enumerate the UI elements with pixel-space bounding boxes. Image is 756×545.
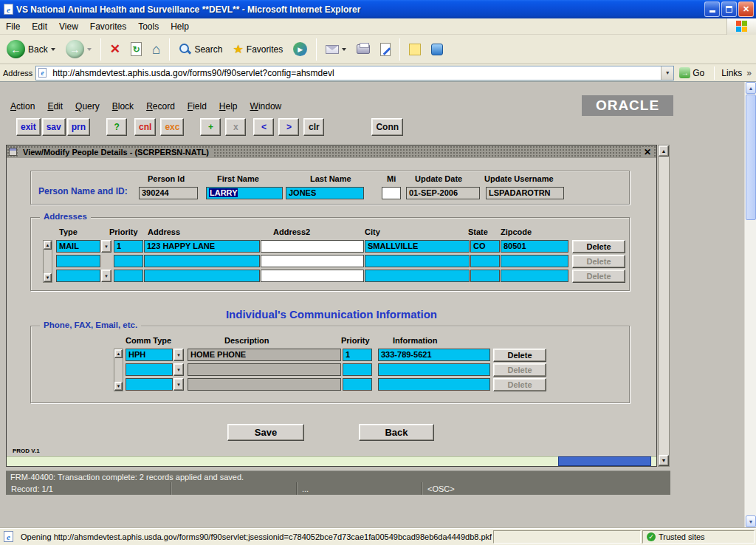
information-field[interactable] — [378, 378, 490, 391]
address2-field[interactable] — [261, 255, 364, 267]
type-dropdown-icon[interactable] — [101, 270, 111, 282]
messenger-button[interactable] — [427, 42, 447, 57]
mdi-titlebar[interactable]: View/Modify People Details - (SCRPERSN-N… — [7, 145, 656, 158]
address-field[interactable]: 123 HAPPY LANE — [144, 240, 260, 253]
address2-field[interactable] — [261, 240, 364, 253]
update-date-field[interactable]: 01-SEP-2006 — [406, 187, 480, 199]
help-toolbar-button[interactable]: ? — [106, 118, 127, 136]
cancel-toolbar-button[interactable]: cnl — [134, 118, 156, 136]
print-button[interactable] — [353, 43, 374, 55]
menu-view[interactable]: View — [53, 19, 84, 34]
form-scrollbar[interactable] — [658, 145, 670, 467]
address-field[interactable] — [144, 270, 260, 282]
oracle-menu-record[interactable]: Record — [146, 101, 175, 112]
comm-type-field[interactable]: HPH — [126, 349, 173, 361]
edit-button[interactable] — [377, 41, 394, 58]
forward-button[interactable] — [62, 38, 95, 60]
scrollbar-track[interactable] — [659, 157, 669, 455]
oracle-menu-query[interactable]: Query — [75, 101, 100, 112]
scrollbar-thumb[interactable] — [746, 95, 756, 220]
address-input[interactable]: http://ahsmdevtest.aphis.usda.gov/forms9… — [35, 66, 674, 80]
address-field[interactable] — [144, 255, 260, 267]
links-label[interactable]: Links — [720, 68, 743, 78]
scroll-down-icon[interactable] — [659, 455, 669, 466]
city-field[interactable] — [365, 255, 470, 267]
comm-priority-field[interactable] — [343, 378, 372, 391]
comm-type-field[interactable] — [126, 378, 173, 391]
execute-toolbar-button[interactable]: exc — [160, 118, 184, 136]
insert-record-button[interactable]: + — [200, 118, 221, 136]
priority-field[interactable]: 1 — [114, 240, 143, 253]
oracle-menu-help[interactable]: Help — [219, 101, 238, 112]
back-dropdown-icon[interactable] — [51, 48, 55, 51]
oracle-menu-field[interactable]: Field — [188, 101, 207, 112]
comm-type-field[interactable] — [126, 363, 173, 376]
oracle-menu-window[interactable]: Window — [250, 101, 282, 112]
type-field[interactable] — [56, 255, 100, 267]
save-toolbar-button[interactable]: sav — [42, 118, 66, 136]
comm-priority-field[interactable]: 1 — [343, 349, 372, 361]
comm-type-dropdown-icon[interactable] — [173, 378, 184, 391]
state-field[interactable]: CO — [470, 240, 500, 253]
type-field[interactable] — [56, 270, 100, 282]
previous-record-button[interactable]: < — [253, 118, 274, 136]
print-toolbar-button[interactable]: prn — [67, 118, 90, 136]
go-button[interactable]: Go — [677, 66, 709, 79]
information-field[interactable] — [378, 363, 490, 376]
remove-record-button[interactable]: x — [225, 118, 246, 136]
menu-favorites[interactable]: Favorites — [84, 19, 132, 34]
comm-type-dropdown-icon[interactable] — [173, 363, 184, 376]
media-button[interactable] — [289, 41, 311, 58]
comm-priority-field[interactable] — [343, 363, 372, 376]
zipcode-field[interactable] — [501, 255, 568, 267]
refresh-button[interactable] — [127, 41, 145, 58]
menu-help[interactable]: Help — [165, 19, 195, 34]
city-field[interactable] — [365, 270, 470, 282]
maximize-button[interactable] — [721, 1, 737, 17]
type-field[interactable]: MAIL — [56, 240, 100, 253]
address-url[interactable]: http://ahsmdevtest.aphis.usda.gov/forms9… — [52, 68, 659, 78]
forward-dropdown-icon[interactable] — [87, 48, 92, 51]
delete-comm-button[interactable]: Delete — [493, 349, 546, 362]
menu-edit[interactable]: Edit — [26, 19, 53, 34]
page-scrollbar[interactable] — [744, 82, 756, 527]
scroll-down-icon[interactable] — [746, 515, 756, 527]
favorites-button[interactable]: Favorites — [229, 41, 286, 58]
zipcode-field[interactable]: 80501 — [501, 240, 568, 253]
conn-button[interactable]: Conn — [371, 118, 403, 136]
mail-button[interactable] — [322, 44, 350, 55]
city-field[interactable]: SMALLVILLE — [365, 240, 470, 253]
oracle-menu-edit[interactable]: Edit — [47, 101, 63, 112]
save-button[interactable]: Save — [227, 424, 304, 441]
person-id-field[interactable]: 390244 — [139, 187, 198, 199]
next-record-button[interactable]: > — [278, 118, 299, 136]
mail-dropdown-icon[interactable] — [342, 48, 346, 51]
links-chevron-icon[interactable] — [746, 68, 755, 78]
mi-field[interactable] — [382, 187, 401, 199]
close-button[interactable] — [738, 1, 754, 17]
zipcode-field[interactable] — [501, 270, 568, 282]
priority-field[interactable] — [114, 270, 143, 282]
delete-address-button[interactable]: Delete — [572, 240, 625, 253]
stop-button[interactable] — [106, 40, 124, 58]
search-button[interactable]: Search — [175, 41, 226, 57]
last-name-field[interactable]: JONES — [286, 187, 364, 199]
oracle-menu-block[interactable]: Block — [112, 101, 134, 112]
menu-file[interactable]: File — [0, 19, 26, 34]
state-field[interactable] — [470, 255, 500, 267]
menu-tools[interactable]: Tools — [132, 19, 165, 34]
address-dropdown-button[interactable] — [661, 66, 673, 80]
priority-field[interactable] — [114, 255, 143, 267]
comm-type-dropdown-icon[interactable] — [173, 349, 184, 361]
home-button[interactable] — [148, 40, 164, 59]
back-button-form[interactable]: Back — [359, 424, 434, 441]
information-field[interactable]: 333-789-5621 — [378, 349, 490, 361]
oracle-menu-action[interactable]: Action — [10, 101, 35, 112]
first-name-field[interactable]: LARRY — [206, 187, 283, 199]
update-username-field[interactable]: LSPADAROTRN — [486, 187, 564, 199]
minimize-button[interactable] — [704, 1, 720, 17]
discuss-button[interactable] — [405, 42, 425, 57]
type-dropdown-icon[interactable] — [101, 240, 111, 253]
back-button[interactable]: Back — [3, 38, 59, 60]
exit-button[interactable]: exit — [16, 118, 41, 136]
